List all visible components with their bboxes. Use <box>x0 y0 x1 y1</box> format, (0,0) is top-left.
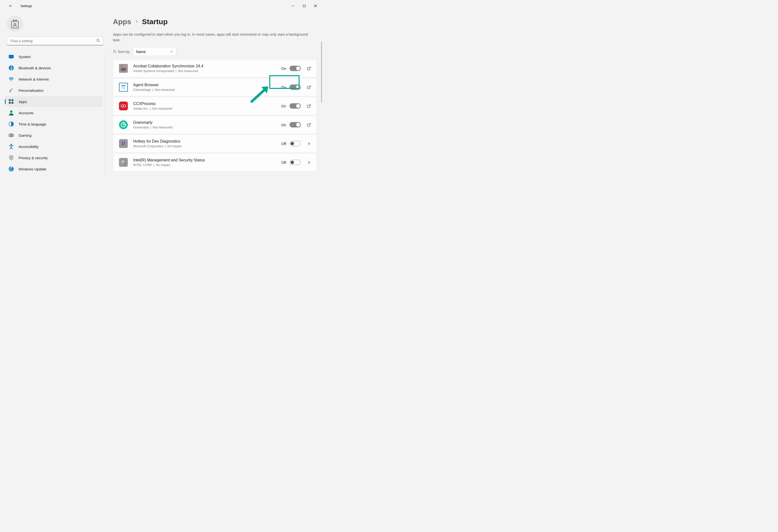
personalisation-icon <box>8 87 14 93</box>
app-name: Agent Browser <box>133 83 276 87</box>
open-external-icon[interactable] <box>306 103 312 109</box>
sidebar-item-system[interactable]: System <box>5 51 103 62</box>
startup-app-row: CCXProcessAdobe Inc.|Not measuredOn <box>113 97 317 115</box>
toggle-state-label: On <box>281 66 286 71</box>
app-info: Acrobat Collaboration Synchronizer 24.4A… <box>133 64 276 73</box>
open-external-icon[interactable] <box>306 122 312 127</box>
search-box <box>7 36 103 46</box>
window-controls <box>287 2 321 10</box>
back-button[interactable] <box>6 1 16 11</box>
svg-rect-24 <box>122 85 125 86</box>
account-avatar-area[interactable] <box>5 14 105 36</box>
sidebar-item-privacy[interactable]: Privacy & security <box>5 152 103 163</box>
toggle-area: Off <box>281 160 301 165</box>
sidebar-item-label: Accessibility <box>18 145 38 149</box>
window-title: Settings <box>20 4 32 8</box>
startup-toggle[interactable] <box>290 66 301 71</box>
startup-app-list: Acrobat Collaboration Synchronizer 24.4A… <box>113 59 320 171</box>
app-meta: CentraStage|Not measured <box>133 88 276 92</box>
sidebar-item-gaming[interactable]: Gaming <box>5 130 103 141</box>
app-name: Grammarly <box>133 120 276 125</box>
sidebar-item-apps[interactable]: Apps <box>5 96 103 107</box>
chevron-down-icon <box>170 50 173 53</box>
app-meta: Adobe Inc.|Not measured <box>133 107 276 110</box>
svg-point-18 <box>13 135 13 136</box>
chevron-right-icon <box>135 18 139 25</box>
chevron-right-icon[interactable] <box>306 141 312 146</box>
bluetooth-icon <box>8 65 14 71</box>
app-meta: Microsoft Corporation|No impact <box>133 144 276 148</box>
startup-toggle[interactable] <box>290 103 301 109</box>
startup-toggle[interactable] <box>290 122 301 127</box>
avatar-badge-icon <box>10 19 19 28</box>
startup-app-row: GrammarlyGrammarly|Not measuredOn <box>113 116 317 134</box>
breadcrumb: Apps Startup <box>113 18 320 26</box>
toggle-area: On <box>281 103 301 109</box>
svg-point-19 <box>10 144 12 145</box>
close-button[interactable] <box>310 2 321 10</box>
toggle-state-label: Off <box>281 142 286 146</box>
sidebar-item-bluetooth[interactable]: Bluetooth & devices <box>5 63 103 73</box>
svg-rect-4 <box>9 55 14 58</box>
sort-dropdown[interactable]: Name <box>133 47 176 56</box>
sort-row: Sort by: Name <box>113 47 320 56</box>
accessibility-icon <box>8 144 14 150</box>
sidebar-item-label: Apps <box>18 100 27 104</box>
toggle-area: On <box>281 122 301 127</box>
svg-point-29 <box>122 161 124 163</box>
app-info: Agent BrowserCentraStage|Not measured <box>133 83 276 92</box>
sidebar-item-time[interactable]: Time & language <box>5 119 103 129</box>
svg-point-23 <box>124 66 125 67</box>
app-name: Hotkey for Dev Diagnostics <box>133 139 276 144</box>
accounts-icon <box>8 110 14 116</box>
sidebar-item-update[interactable]: Windows Update <box>5 164 103 174</box>
close-icon <box>314 4 317 7</box>
sidebar-item-accounts[interactable]: Accounts <box>5 107 103 118</box>
sidebar-item-personalisation[interactable]: Personalisation <box>5 85 103 96</box>
startup-toggle[interactable] <box>290 84 301 90</box>
toggle-state-label: On <box>281 85 286 89</box>
chevron-right-icon[interactable] <box>306 160 312 165</box>
sidebar-item-label: Privacy & security <box>18 156 48 160</box>
sidebar-item-label: Network & internet <box>18 77 49 81</box>
toggle-area: On <box>281 84 301 90</box>
sidebar-item-label: Time & language <box>18 122 46 126</box>
app-icon <box>119 120 128 129</box>
breadcrumb-current: Startup <box>142 18 168 26</box>
app-info: Hotkey for Dev DiagnosticsMicrosoft Corp… <box>133 139 276 148</box>
maximize-icon <box>303 4 306 7</box>
back-arrow-icon <box>9 4 13 8</box>
search-input[interactable] <box>7 36 103 46</box>
sidebar-item-label: Gaming <box>18 133 31 138</box>
minimize-button[interactable] <box>287 2 299 10</box>
update-icon <box>8 166 14 172</box>
startup-toggle[interactable] <box>290 160 301 165</box>
svg-rect-10 <box>11 99 14 102</box>
avatar <box>7 16 23 32</box>
open-external-icon[interactable] <box>306 66 312 71</box>
open-external-icon[interactable] <box>306 84 312 90</box>
scrollbar[interactable] <box>321 41 322 102</box>
app-icon <box>119 64 128 73</box>
sort-label: Sort by: <box>113 50 131 54</box>
toggle-state-label: Off <box>281 160 286 165</box>
app-info: Intel(R) Management and Security StatusI… <box>133 158 276 167</box>
svg-point-13 <box>10 110 12 113</box>
svg-point-17 <box>12 135 13 135</box>
sort-icon <box>113 50 116 53</box>
time-icon <box>8 121 14 127</box>
sidebar-item-network[interactable]: Network & internet <box>5 74 103 84</box>
sidebar-item-label: Accounts <box>18 111 34 115</box>
svg-point-26 <box>121 105 124 107</box>
app-name: Intel(R) Management and Security Status <box>133 158 276 162</box>
startup-app-row: DHotkey for Dev DiagnosticsMicrosoft Cor… <box>113 135 317 153</box>
breadcrumb-parent[interactable]: Apps <box>113 18 131 26</box>
svg-rect-12 <box>11 102 13 104</box>
sidebar-item-accessibility[interactable]: Accessibility <box>5 141 103 152</box>
privacy-icon <box>8 155 14 161</box>
startup-toggle[interactable] <box>290 141 301 146</box>
svg-rect-11 <box>9 102 11 104</box>
maximize-button[interactable] <box>299 2 310 10</box>
app-info: GrammarlyGrammarly|Not measured <box>133 120 276 129</box>
startup-app-row: Acrobat Collaboration Synchronizer 24.4A… <box>113 59 317 77</box>
